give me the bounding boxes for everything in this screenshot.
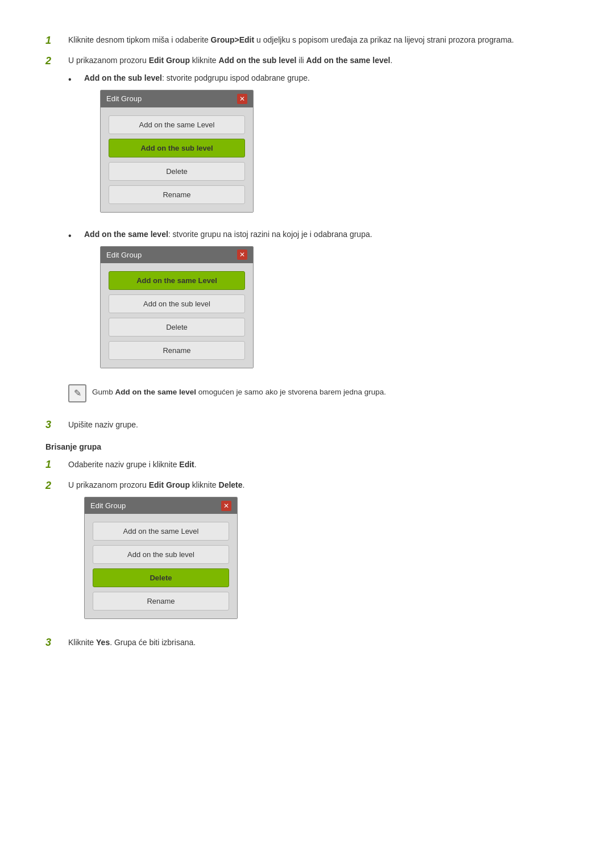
- dialog-1-close-button[interactable]: ✕: [237, 94, 247, 104]
- dialog-2-title: Edit Group: [106, 250, 142, 261]
- dialog-3-btn-3[interactable]: Delete: [93, 568, 229, 587]
- step-s2-3-content: Kliknite Yes. Grupa će biti izbrisana.: [68, 636, 569, 649]
- dialog-2-btn-4[interactable]: Rename: [109, 341, 245, 360]
- bullet-2: •: [68, 229, 84, 243]
- note-text: Gumb Add on the same level omogućen je s…: [92, 384, 386, 398]
- s2-step2-bold2: Delete: [219, 480, 243, 489]
- dialog-2-titlebar: Edit Group ✕: [101, 247, 253, 264]
- s2-step3-text-after: . Grupa će biti izbrisana.: [110, 638, 196, 647]
- sub-item-1: • Add on the sub level: stvorite podgrup…: [68, 72, 569, 222]
- step-2-section1: 2 U prikazanom prozoru Edit Group klikni…: [45, 55, 569, 410]
- note-bold: Add on the same level: [115, 388, 197, 396]
- step-2-section2: 2 U prikazanom prozoru Edit Group klikni…: [45, 479, 569, 629]
- dialog-2-close-button[interactable]: ✕: [237, 250, 247, 260]
- s2-step2-text-after: kliknite: [190, 480, 219, 489]
- dialog-1-body: Add on the same Level Add on the sub lev…: [101, 107, 253, 212]
- dialog-1-title: Edit Group: [106, 93, 142, 105]
- step-1-section2: 1 Odaberite naziv grupe i kliknite Edit.: [45, 458, 569, 471]
- dialog-1-titlebar: Edit Group ✕: [101, 90, 253, 107]
- dialog-1-btn-2[interactable]: Add on the sub level: [109, 139, 245, 157]
- edit-group-dialog-2: Edit Group ✕ Add on the same Level Add o…: [100, 246, 254, 369]
- dialog-3-body: Add on the same Level Add on the sub lev…: [85, 514, 237, 618]
- dialog-3-close-button[interactable]: ✕: [221, 501, 231, 511]
- step-number-s2-2: 2: [45, 479, 68, 492]
- step-number-s2-3: 3: [45, 636, 68, 649]
- step-1-section1: 1 Kliknite desnom tipkom miša i odaberit…: [45, 34, 569, 47]
- dialog-3-titlebar: Edit Group ✕: [85, 497, 237, 514]
- sub-item-1-label: Add on the sub level: [84, 73, 162, 82]
- dialog-3-wrapper: Edit Group ✕ Add on the same Level Add o…: [84, 497, 569, 620]
- step-number-2: 2: [45, 55, 68, 67]
- step2-bold3: Add on the same level: [306, 56, 391, 65]
- sub-item-2-label: Add on the same level: [84, 230, 168, 239]
- s2-step1-text-after: .: [194, 460, 197, 469]
- s2-step2-text-before: U prikazanom prozoru: [68, 480, 149, 489]
- step2-text-after3: .: [390, 56, 392, 65]
- step-3-section1: 3 Upišite naziv grupe.: [45, 418, 569, 431]
- step-number-1: 1: [45, 34, 68, 47]
- sub-item-2: • Add on the same level: stvorite grupu …: [68, 229, 569, 378]
- dialog-1-btn-3[interactable]: Delete: [109, 162, 245, 181]
- step-s2-2-content: U prikazanom prozoru Edit Group kliknite…: [68, 479, 569, 629]
- edit-group-dialog-3: Edit Group ✕ Add on the same Level Add o…: [84, 497, 238, 620]
- section2-heading: Brisanje grupa: [45, 442, 569, 451]
- step-number-s2-1: 1: [45, 458, 68, 471]
- note-text-before: Gumb: [92, 388, 115, 396]
- s2-step1-bold: Edit: [179, 460, 194, 469]
- step-1-content: Kliknite desnom tipkom miša i odaberite …: [68, 34, 569, 46]
- step2-bold2: Add on the sub level: [219, 56, 297, 65]
- sub-item-2-content: Add on the same level: stvorite grupu na…: [84, 229, 569, 378]
- step2-text-before: U prikazanom prozoru: [68, 56, 149, 65]
- s2-step2-bold: Edit Group: [149, 480, 190, 489]
- s2-step3-bold: Yes: [96, 638, 110, 647]
- dialog-2-body: Add on the same Level Add on the sub lev…: [101, 263, 253, 368]
- sub-list-section1: • Add on the sub level: stvorite podgrup…: [68, 72, 569, 377]
- bullet-1: •: [68, 72, 84, 86]
- dialog-1-btn-1[interactable]: Add on the same Level: [109, 115, 245, 134]
- dialog-3-btn-1[interactable]: Add on the same Level: [93, 522, 229, 541]
- dialog-1-btn-4[interactable]: Rename: [109, 185, 245, 204]
- dialog-3-btn-4[interactable]: Rename: [93, 592, 229, 610]
- edit-group-dialog-1: Edit Group ✕ Add on the same Level Add o…: [100, 90, 254, 213]
- step1-bold1: Group>Edit: [211, 35, 255, 44]
- dialog-2-btn-2[interactable]: Add on the sub level: [109, 294, 245, 313]
- step2-text-after: kliknite: [190, 56, 219, 65]
- sub-item-1-content: Add on the sub level: stvorite podgrupu …: [84, 72, 569, 222]
- dialog-3-title: Edit Group: [90, 500, 126, 512]
- sub-item-2-text: : stvorite grupu na istoj razini na kojo…: [168, 230, 372, 239]
- step2-text-after2: ili: [296, 56, 306, 65]
- step1-text-after: u odjeljku s popisom uređaja za prikaz n…: [254, 35, 514, 44]
- dialog-3-btn-2[interactable]: Add on the sub level: [93, 545, 229, 564]
- s2-step1-text-before: Odaberite naziv grupe i kliknite: [68, 460, 179, 469]
- step-3a-content: Upišite naziv grupe.: [68, 418, 569, 431]
- step-3-section2: 3 Kliknite Yes. Grupa će biti izbrisana.: [45, 636, 569, 649]
- step-2-content: U prikazanom prozoru Edit Group kliknite…: [68, 55, 569, 410]
- note-text-after: omogućen je samo ako je stvorena barem j…: [196, 388, 386, 396]
- step-s2-1-content: Odaberite naziv grupe i kliknite Edit.: [68, 458, 569, 471]
- step2-bold1: Edit Group: [149, 56, 190, 65]
- note-icon: ✎: [68, 384, 86, 402]
- step1-text-before: Kliknite desnom tipkom miša i odaberite: [68, 35, 211, 44]
- s2-step2-text-after2: .: [243, 480, 245, 489]
- dialog-2-btn-1[interactable]: Add on the same Level: [109, 271, 245, 290]
- dialog-1-wrapper: Edit Group ✕ Add on the same Level Add o…: [100, 90, 569, 213]
- dialog-2-wrapper: Edit Group ✕ Add on the same Level Add o…: [100, 246, 569, 369]
- step-number-3a: 3: [45, 418, 68, 431]
- note-box: ✎ Gumb Add on the same level omogućen je…: [68, 384, 569, 402]
- s2-step3-text-before: Kliknite: [68, 638, 96, 647]
- sub-item-1-text: : stvorite podgrupu ispod odabrane grupe…: [162, 73, 310, 82]
- dialog-2-btn-3[interactable]: Delete: [109, 318, 245, 337]
- step-3a-text: Upišite naziv grupe.: [68, 420, 138, 429]
